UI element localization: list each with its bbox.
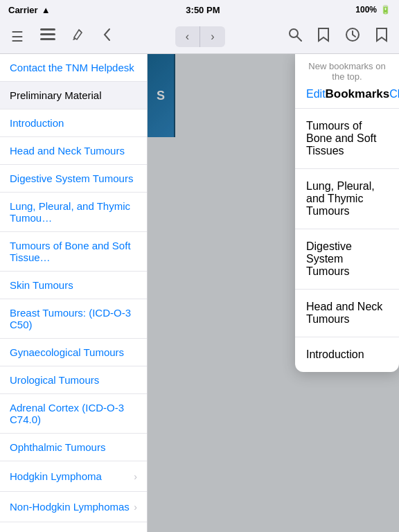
nav-buttons: ‹ › [175, 26, 225, 47]
back-arrow-button[interactable] [100, 25, 115, 48]
bookmark-item-3[interactable]: Digestive System Tumours [295, 229, 399, 290]
bookmarks-edit-button[interactable]: Edit [306, 88, 326, 100]
bookmarks-panel: New bookmarks on the top. Edit Bookmarks… [295, 54, 399, 372]
sidebar-item-preliminary[interactable]: Preliminary Material [0, 82, 147, 109]
sidebar-item-gynaecological[interactable]: Gynaecological Tumours [0, 339, 147, 366]
sidebar-item-skin[interactable]: Skin Tumours [0, 272, 147, 299]
add-bookmark-icon [375, 30, 388, 45]
sidebar-item-ophthalmic[interactable]: Ophthalmic Tumours [0, 434, 147, 461]
sidebar-item-essential-tnm[interactable]: Essential TNM › [0, 522, 147, 532]
book-content-area: S New bookmarks on the top. Edit Bookmar… [148, 54, 399, 532]
sidebar-item-head-neck[interactable]: Head and Neck Tumours [0, 137, 147, 165]
status-right: 100% 🔋 [355, 5, 391, 15]
bookmark-item-4[interactable]: Head and Neck Tumours [295, 290, 399, 337]
prev-page-icon: ‹ [186, 30, 189, 43]
sidebar-item-non-hodgkin[interactable]: Non-Hodgkin Lymphomas › [0, 492, 147, 522]
menu-icon: ☰ [11, 29, 24, 44]
battery-icon: 🔋 [380, 5, 391, 15]
next-page-icon: › [211, 30, 214, 43]
sidebar-item-hodgkin[interactable]: Hodgkin Lymphoma › [0, 461, 147, 492]
sidebar-item-bone[interactable]: Tumours of Bone and Soft Tissue… [0, 232, 147, 272]
bookmark-item-2[interactable]: Lung, Pleural, and Thymic Tumours [295, 169, 399, 229]
sidebar-item-adrenal[interactable]: Adrenal Cortex (ICD-O-3 C74.0) [0, 394, 147, 434]
time-label: 3:50 PM [186, 5, 220, 15]
status-left: Carrier ▲ [8, 5, 51, 15]
list-icon [40, 28, 55, 44]
svg-line-4 [297, 37, 301, 41]
sidebar-item-breast[interactable]: Breast Tumours: (ICD-O-3 C50) [0, 299, 147, 339]
battery-label: 100% [355, 5, 377, 15]
chevron-right-icon: › [134, 502, 137, 513]
list-button[interactable] [37, 26, 58, 47]
sidebar-item-digestive[interactable]: Digestive System Tumours [0, 165, 147, 193]
svg-point-3 [290, 29, 298, 37]
sidebar-item-helpdesk[interactable]: Contact the TNM Helpdesk [0, 54, 147, 82]
back-arrow-icon [103, 29, 112, 44]
tool-icon [72, 29, 86, 44]
bookmarks-overlay[interactable]: New bookmarks on the top. Edit Bookmarks… [148, 54, 399, 532]
menu-button[interactable]: ☰ [8, 26, 26, 48]
svg-rect-0 [40, 28, 55, 30]
history-button[interactable] [342, 24, 363, 48]
bookmarks-title: Bookmarks [326, 87, 390, 101]
bookmark-item-5[interactable]: Introduction [295, 337, 399, 372]
main-area: Contact the TNM Helpdesk Preliminary Mat… [0, 54, 399, 532]
next-page-button[interactable]: › [200, 26, 225, 47]
toolbar: ☰ [0, 19, 399, 54]
sidebar-item-introduction[interactable]: Introduction [0, 109, 147, 137]
chevron-right-icon: › [134, 471, 137, 482]
tool-button[interactable] [69, 25, 89, 48]
toolbar-left: ☰ [8, 25, 115, 48]
toolbar-right [285, 24, 391, 48]
bookmarks-clear-button[interactable]: Clear [389, 88, 399, 100]
bookmarks-header: Edit Bookmarks Clear [295, 85, 399, 109]
add-bookmark-button[interactable] [373, 24, 391, 48]
bookmark-item-1[interactable]: Tumours of Bone and Soft Tissues [295, 109, 399, 169]
search-button[interactable] [285, 25, 305, 48]
history-icon [345, 30, 360, 45]
sidebar: Contact the TNM Helpdesk Preliminary Mat… [0, 54, 148, 532]
svg-rect-2 [40, 38, 55, 40]
bookmark-list-icon [317, 30, 330, 45]
search-icon [288, 29, 302, 44]
sidebar-item-lung[interactable]: Lung, Pleural, and Thymic Tumou… [0, 193, 147, 232]
carrier-label: Carrier [8, 5, 38, 15]
svg-rect-1 [40, 33, 55, 35]
wifi-icon: ▲ [42, 5, 51, 15]
bookmark-list-button[interactable] [314, 24, 332, 48]
prev-page-button[interactable]: ‹ [175, 26, 200, 47]
sidebar-item-urological[interactable]: Urological Tumours [0, 366, 147, 394]
bookmarks-hint: New bookmarks on the top. [295, 54, 399, 85]
status-bar: Carrier ▲ 3:50 PM 100% 🔋 [0, 0, 399, 19]
